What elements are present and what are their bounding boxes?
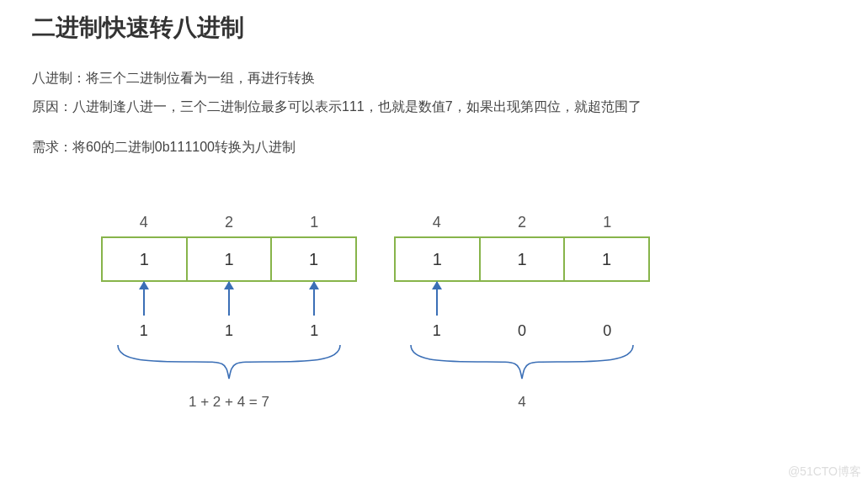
bit-cell: 1	[103, 238, 188, 280]
cell-row: 1 1 1	[394, 236, 650, 282]
weight-row: 4 2 1	[394, 214, 650, 231]
weight-label: 4	[395, 214, 479, 231]
bit-group-left: 4 2 1 1 1 1 1 1 1	[101, 214, 357, 411]
weight-label: 1	[272, 214, 356, 231]
bit-cell: 1	[565, 238, 648, 280]
source-bit-row: 1 0 0	[394, 322, 650, 340]
arrow-up-icon	[313, 282, 315, 316]
source-bit: 1	[187, 322, 271, 340]
conversion-diagram: 4 2 1 1 1 1 1 1 1	[101, 214, 758, 411]
requirement-text: 需求：将60的二进制0b111100转换为八进制	[0, 120, 868, 157]
source-bit: 0	[565, 322, 649, 340]
bit-group-right: 4 2 1 1 1 1 1 0 0 4	[394, 214, 650, 411]
source-bit: 0	[480, 322, 564, 340]
bit-cell: 1	[481, 238, 566, 280]
weight-label: 2	[187, 214, 271, 231]
weight-label: 1	[565, 214, 649, 231]
curly-brace-icon	[394, 342, 650, 389]
desc-line: 八进制：将三个二进制位看为一组，再进行转换	[32, 64, 868, 93]
cell-row: 1 1 1	[101, 236, 357, 282]
desc-line: 原因：八进制逢八进一，三个二进制位最多可以表示111，也就是数值7，如果出现第四…	[32, 93, 868, 121]
bit-cell: 1	[272, 238, 355, 280]
weight-row: 4 2 1	[101, 214, 357, 231]
brace-container	[101, 342, 357, 392]
arrow-up-icon	[143, 282, 145, 316]
description-block: 八进制：将三个二进制位看为一组，再进行转换 原因：八进制逢八进一，三个二进制位最…	[0, 44, 868, 120]
arrow-row	[101, 282, 357, 322]
weight-label: 2	[480, 214, 564, 231]
group-result: 1 + 2 + 4 = 7	[101, 394, 357, 411]
curly-brace-icon	[101, 342, 357, 389]
arrow-row	[394, 282, 650, 322]
page-title: 二进制快速转八进制	[0, 0, 868, 44]
source-bit: 1	[395, 322, 479, 340]
bit-cell: 1	[188, 238, 273, 280]
bit-cell: 1	[396, 238, 481, 280]
arrow-up-icon	[436, 282, 438, 316]
group-result: 4	[394, 394, 650, 411]
arrow-up-icon	[228, 282, 230, 316]
watermark-text: @51CTO博客	[788, 464, 861, 480]
brace-container	[394, 342, 650, 392]
source-bit: 1	[102, 322, 186, 340]
source-bit: 1	[272, 322, 356, 340]
source-bit-row: 1 1 1	[101, 322, 357, 340]
weight-label: 4	[102, 214, 186, 231]
